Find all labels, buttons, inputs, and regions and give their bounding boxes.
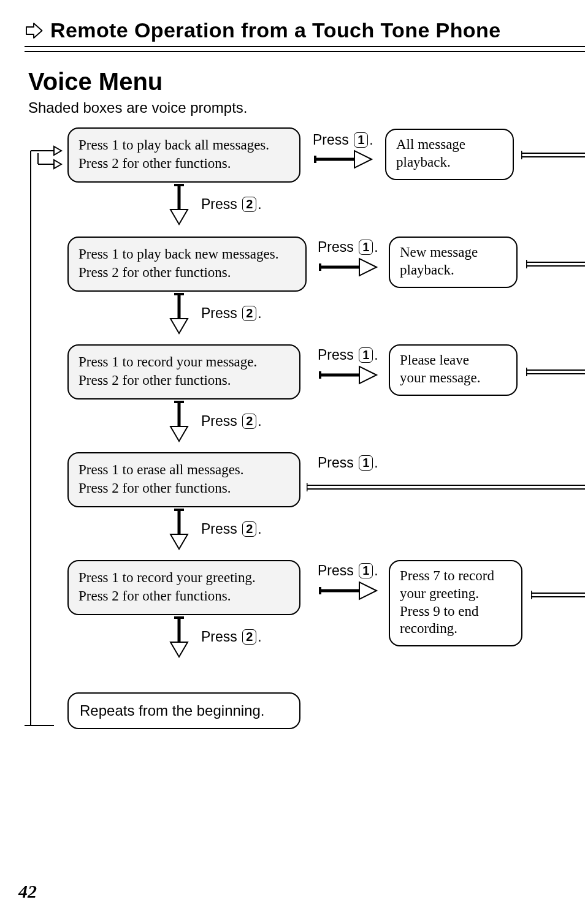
label-press: Press [318,455,354,471]
svg-marker-23 [170,319,188,333]
arrow-right-icon [312,150,379,169]
label-period: . [369,132,373,148]
keycap-1: 1 [354,132,368,148]
label-period: . [374,347,378,363]
prompt-text: Press 1 to erase all messages. [78,462,244,477]
svg-marker-41 [359,582,377,599]
press-2-label: Press 2. [201,196,262,213]
svg-marker-4 [54,160,61,169]
final-box: Repeats from the beginning. [67,692,300,729]
prompt-box-4: Press 1 to erase all messages. Press 2 f… [67,452,300,507]
svg-marker-38 [170,534,188,549]
label-press: Press [318,239,354,255]
continuation-connector [531,589,585,599]
arrow-down-icon [166,292,193,336]
arrow-right-icon [316,257,384,277]
keycap-2: 2 [242,521,256,537]
continuation-connector [521,150,585,159]
press-1-label: Press 1. [318,562,378,579]
label-press: Press [201,629,237,645]
prompt-text: Press 1 to play back new messages. [78,246,278,262]
label-period: . [258,521,261,537]
page-header: Remote Operation from a Touch Tone Phone [25,18,585,42]
prompt-text: Press 2 for other functions. [78,156,231,171]
result-text: your message. [400,370,481,385]
result-text: playback. [396,154,451,170]
label-period: . [258,413,261,429]
keycap-2: 2 [242,197,256,212]
result-text: New message [400,244,478,260]
result-box-1: All message playback. [385,129,514,180]
continuation-connector [307,482,585,491]
prompt-box-5: Press 1 to record your greeting. Press 2… [67,560,300,615]
label-period: . [374,455,378,471]
press-2-label: Press 2. [201,521,262,537]
keycap-2: 2 [242,414,256,429]
keycap-2: 2 [242,629,256,645]
keycap-1: 1 [359,347,373,363]
prompt-box-1: Press 1 to play back all messages. Press… [67,127,300,183]
press-2-label: Press 2. [201,413,262,430]
result-text: Press 7 to record [400,568,494,583]
label-period: . [374,562,378,578]
label-press: Press [318,347,354,363]
label-press: Press [201,521,237,537]
result-text: your greeting. [400,586,479,601]
label-press: Press [201,305,237,321]
arrow-down-icon [166,507,193,551]
label-period: . [258,629,261,645]
press-1-label: Press 1. [318,455,378,471]
press-2-label: Press 2. [201,305,262,322]
result-box-3: Please leave your message. [389,344,518,396]
result-text: Press 9 to end [400,604,478,619]
svg-marker-47 [170,642,188,657]
result-text: Please leave [400,352,469,368]
press-1-label: Press 1. [313,132,373,148]
label-period: . [258,196,261,212]
result-text: All message [396,137,465,152]
svg-marker-17 [359,259,377,276]
arrow-right-icon [316,365,384,385]
svg-marker-14 [170,210,188,224]
keycap-2: 2 [242,306,256,321]
label-period: . [374,239,378,255]
result-text: playback. [400,262,454,278]
header-rule [25,46,585,52]
prompt-text: Press 2 for other functions. [78,588,231,604]
keycap-1: 1 [359,240,373,255]
label-press: Press [201,196,237,212]
label-press: Press [313,132,349,148]
prompt-text: Press 2 for other functions. [78,480,231,496]
label-period: . [258,305,261,321]
label-press: Press [201,413,237,429]
prompt-text: Press 2 for other functions. [78,373,231,388]
prompt-box-3: Press 1 to record your message. Press 2 … [67,344,300,400]
press-1-label: Press 1. [318,347,378,363]
svg-marker-26 [359,366,377,384]
label-press: Press [318,562,354,578]
press-1-label: Press 1. [318,239,378,256]
arrow-down-icon [166,183,193,227]
prompt-box-2: Press 1 to play back new messages. Press… [67,237,307,292]
entry-arrow [18,153,74,178]
arrow-right-outline-icon [25,21,43,40]
prompt-text: Press 1 to play back all messages. [78,137,269,153]
section-note: Shaded boxes are voice prompts. [28,99,585,116]
page-number: 42 [18,881,37,902]
result-box-5: Press 7 to record your greeting. Press 9… [389,560,522,646]
press-2-label: Press 2. [201,629,262,645]
arrow-down-icon [166,400,193,444]
continuation-connector [526,366,585,376]
prompt-text: Press 2 for other functions. [78,265,231,280]
final-text: Repeats from the beginning. [80,702,265,719]
keycap-1: 1 [359,455,373,471]
arrow-right-icon [316,581,384,600]
svg-marker-0 [26,23,42,38]
flowchart: Press 1 to play back all messages. Press… [25,123,585,924]
result-box-2: New message playback. [389,237,518,288]
prompt-text: Press 1 to record your greeting. [78,570,256,585]
loop-back-arrow [18,140,74,740]
continuation-connector [526,259,585,268]
keycap-1: 1 [359,563,373,578]
result-text: recording. [400,621,457,636]
